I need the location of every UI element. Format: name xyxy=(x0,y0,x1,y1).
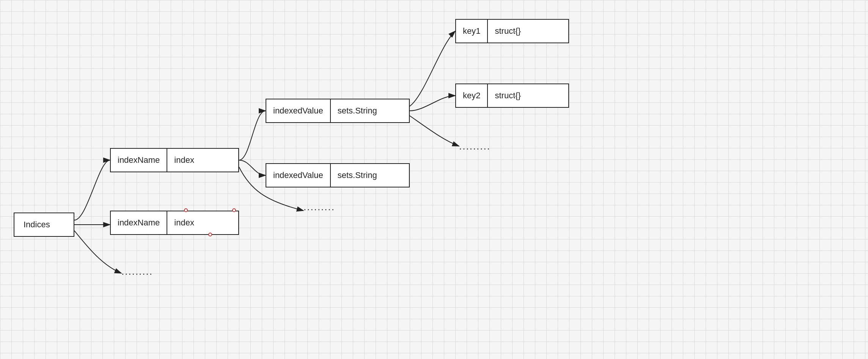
dot-top-right xyxy=(184,208,188,212)
indexed2-node: indexedValue sets.String xyxy=(266,163,410,187)
index2-cell2: index xyxy=(167,211,201,234)
arrows-svg xyxy=(0,0,868,359)
indexed1-node: indexedValue sets.String xyxy=(266,99,410,123)
indexed1-cell2: sets.String xyxy=(330,99,384,122)
ellipsis-indices: ......... xyxy=(121,266,153,277)
index2-node: indexName index xyxy=(110,211,239,235)
key1-node: key1 struct{} xyxy=(455,19,569,43)
index1-node: indexName index xyxy=(110,148,239,172)
index1-cell2: index xyxy=(167,149,201,172)
indexed2-cell2: sets.String xyxy=(330,164,384,187)
ellipsis-indexed: ......... xyxy=(303,201,335,213)
index1-cell1: indexName xyxy=(111,149,167,172)
key2-cell1: key2 xyxy=(456,84,487,107)
index2-cell1: indexName xyxy=(111,211,167,234)
dot-bottom-mid xyxy=(208,233,212,236)
key2-cell2: struct{} xyxy=(487,84,527,107)
key1-cell1: key1 xyxy=(456,20,487,43)
indexed1-cell1: indexedValue xyxy=(266,99,330,122)
indices-label: Indices xyxy=(14,213,59,236)
indices-node: Indices xyxy=(14,213,74,237)
key2-node: key2 struct{} xyxy=(455,83,569,108)
key1-cell2: struct{} xyxy=(487,20,527,43)
ellipsis-keys: ......... xyxy=(459,140,491,152)
diagram-container: Indices indexName index indexName index … xyxy=(0,0,868,359)
indexed2-cell1: indexedValue xyxy=(266,164,330,187)
dot-mid-right xyxy=(232,208,236,212)
